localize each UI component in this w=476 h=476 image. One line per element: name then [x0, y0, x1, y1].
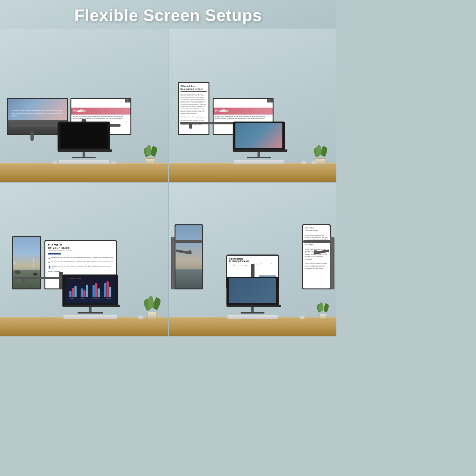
slide-subtitle-3: Lorem ipsum dolor sit amet, consectetur — [48, 250, 113, 252]
cell-top-left: Lorem ipsum dolor sit amet, consectetuer… — [0, 29, 168, 182]
monitor-screen-pl-4 — [175, 225, 202, 288]
mouse-left-1 — [52, 161, 57, 164]
plant-1 — [142, 145, 158, 165]
cell-top-right: Cillum doloreDo eiusmod tempor Lorem ips… — [169, 29, 337, 182]
tablet-title-4: Cillum doloreto eiusmod tempor — [229, 258, 276, 262]
grid-layout: Lorem ipsum dolor sit amet, consectetuer… — [0, 29, 336, 336]
slide-footer-3: Suemod tempor — [48, 271, 113, 273]
laptop-2 — [233, 122, 285, 158]
desk-surface-1 — [0, 163, 168, 182]
chart-label-3: Nulla posuere — [92, 298, 99, 299]
portrait-doc-text: Cillum doloreto eiusmod tempor Lorem ips… — [305, 227, 328, 270]
portrait-text-2: Lorem ipsum dolor sit amet consectetuer … — [181, 93, 207, 125]
cell-bottom-left: Business tempor › THE TITLEOF YOUR SLIDE… — [0, 183, 168, 337]
keyboard-4 — [228, 315, 278, 319]
keyboard-3 — [63, 315, 117, 319]
laptop-3: 2015 2016 2017 2018 — [63, 274, 118, 314]
mouse-4 — [300, 315, 305, 319]
chart-label-4: Ut wisi elit — [106, 298, 111, 299]
desk-surface-2 — [169, 163, 337, 182]
monitor-screen-portrait-3: Business tempor › — [13, 237, 40, 288]
headline-2: Headline — [215, 109, 229, 113]
plant-3 — [143, 296, 161, 319]
plant-4 — [316, 302, 329, 319]
wall-mount-right-4 — [330, 237, 334, 289]
portrait-arrow: › — [14, 261, 15, 265]
monitor-screen-pr-4: Cillum doloreto eiusmod tempor Lorem ips… — [303, 225, 330, 288]
monitor1-text: Lorem ipsum dolor sit amet, consectetuer… — [11, 109, 62, 117]
chart-label-1: Aliquam — [70, 298, 74, 299]
slide-text-2: • Lorem ipsum dolor sit amet, consectetu… — [215, 116, 271, 120]
slide-title-3: THE TITLEOF YOUR SLIDE — [48, 244, 113, 249]
keyboard-1 — [59, 160, 109, 164]
arm-bar-left-3 — [14, 277, 63, 279]
desk-surface-3 — [0, 317, 168, 336]
portrait-watermark: Business tempor — [32, 257, 34, 268]
laptop-4 — [226, 277, 279, 314]
page-title: Flexible Screen Setups — [0, 0, 336, 29]
keyboard-2 — [234, 160, 284, 164]
desk-surface-4 — [169, 317, 337, 336]
monitor-portrait-2: Cillum doloreDo eiusmod tempor Lorem ips… — [178, 82, 209, 135]
portrait-title-2: Cillum doloreDo eiusmod tempor — [181, 85, 207, 92]
mouse-3 — [138, 315, 143, 319]
laptop-1 — [58, 122, 110, 158]
monitor-portrait-left-4 — [175, 224, 203, 289]
monitor-portrait-3: Business tempor › — [12, 236, 41, 289]
monitor-screen-portrait-2: Cillum doloreDo eiusmod tempor Lorem ips… — [179, 83, 208, 134]
arm-bar-right-4 — [303, 240, 333, 243]
monitor-portrait-right-4: Cillum doloreto eiusmod tempor Lorem ips… — [302, 224, 331, 289]
arm-left-1 — [30, 131, 34, 141]
headline-right-1: Headline — [73, 109, 87, 113]
mouse-right-1 — [111, 161, 116, 164]
cell-bottom-right: Cillum doloreto eiusmod tempor Lorem ips… — [169, 183, 337, 337]
wall-mount-left-4 — [171, 237, 175, 289]
arm-bar-left-4 — [172, 240, 202, 243]
plant-2 — [313, 145, 328, 165]
main-container: Flexible Screen Setups Lorem ipsum dolor… — [0, 0, 336, 336]
chart-label-2: Eu augue — [81, 298, 85, 299]
mouse-2 — [301, 161, 306, 164]
